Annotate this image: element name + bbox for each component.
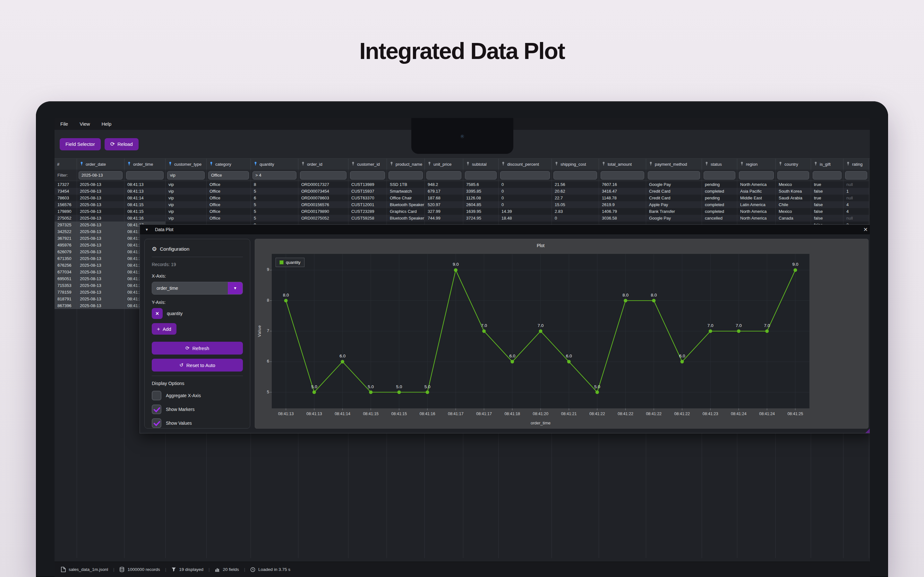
filter-input-is_gift[interactable] [813,171,842,179]
table-cell: 0 [552,215,599,221]
filter-input-status[interactable] [704,171,735,179]
filter-input-order_date[interactable] [79,171,123,179]
column-header-customer_type[interactable]: customer_type [166,159,207,169]
table-row[interactable]: 173272025-08-1308:41:13vipOffice8ORD0001… [55,181,869,188]
empty-cell [77,444,124,450]
filter-input-customer_type[interactable] [167,171,205,179]
panel-close-button[interactable]: ✕ [863,226,868,233]
column-header-shipping_cost[interactable]: shipping_cost [552,159,599,169]
filter-input-country[interactable] [777,171,809,179]
column-header-order_id[interactable]: order_id [298,159,349,169]
column-header-is_gift[interactable]: is_gift [811,159,843,169]
menu-item-help[interactable]: Help [102,121,111,127]
filter-input-subtotal[interactable] [465,171,497,179]
empty-cell [811,504,843,511]
table-cell: 5 [251,201,298,208]
empty-cell [124,491,166,498]
table-row[interactable]: 734542025-08-1308:41:13vipOffice5ORD0007… [55,188,869,195]
filter-input-category[interactable] [208,171,249,179]
column-header-num[interactable]: # [55,159,77,169]
x-axis-select[interactable]: order_time ▼ [152,282,243,295]
menu-item-file[interactable]: File [60,121,68,127]
table-row[interactable]: 786032025-08-1308:41:14vipOffice6ORD0007… [55,195,869,201]
filter-input-discount_percent[interactable] [500,171,550,179]
menu-item-view[interactable]: View [79,121,90,127]
filter-input-rating[interactable] [845,171,867,179]
reset-to-auto-button[interactable]: ↺ Reset to Auto [152,359,243,372]
column-header-subtotal[interactable]: subtotal [463,159,499,169]
empty-cell [55,491,77,498]
column-header-total_amount[interactable]: total_amount [599,159,646,169]
filter-input-order_id[interactable] [300,171,347,179]
column-header-payment_method[interactable]: payment_method [646,159,702,169]
empty-cell [349,450,387,457]
column-header-rating[interactable]: rating [843,159,869,169]
empty-cell [737,518,776,524]
column-header-country[interactable]: country [776,159,811,169]
field-selector-button[interactable]: Field Selector [60,138,101,150]
filter-input-quantity[interactable] [252,171,296,179]
empty-cell [499,471,552,477]
filter-input-region[interactable] [739,171,774,179]
column-header-discount_percent[interactable]: discount_percent [499,159,552,169]
column-label: # [57,162,59,167]
column-header-order_date[interactable]: order_date [77,159,124,169]
table-cell: true [811,181,843,188]
column-header-region[interactable]: region [737,159,776,169]
empty-cell [77,363,124,370]
checkbox-show-markers[interactable] [152,405,162,414]
pin-icon [209,161,213,167]
table-cell: false [811,215,843,221]
empty-cell [499,538,552,545]
empty-cell [251,444,298,450]
column-header-status[interactable]: status [702,159,737,169]
filter-input-total_amount[interactable] [601,171,644,179]
column-header-category[interactable]: category [207,159,251,169]
refresh-button[interactable]: ⟳ Refresh [152,342,243,355]
empty-cell [166,524,207,531]
empty-cell [55,511,77,518]
empty-cell [499,504,552,511]
empty-cell [298,444,349,450]
filter-input-order_time[interactable] [126,171,164,179]
display-options-label: Display Options [152,381,243,386]
filter-input-payment_method[interactable] [648,171,700,179]
empty-cell [552,491,599,498]
filter-input-unit_price[interactable] [426,171,461,179]
table-cell: North America [737,215,776,221]
empty-cell [251,457,298,464]
add-series-button[interactable]: + Add [152,323,176,335]
table-row[interactable]: 2750522025-08-1308:41:16vipOffice5ORD002… [55,215,869,221]
table-cell: Saudi Arabia [776,195,811,201]
column-header-unit_price[interactable]: unit_price [425,159,463,169]
checkbox-aggregate-x-axis[interactable] [152,391,162,400]
filter-input-product_name[interactable] [389,171,423,179]
gear-icon: ⚙ [152,245,157,253]
empty-cell [77,498,124,504]
empty-cell [55,403,77,410]
remove-series-button[interactable]: ✕ [152,308,163,319]
empty-cell [702,444,737,450]
resize-handle[interactable] [865,425,870,433]
data-plot-panel-header[interactable]: ▼ Data Plot ✕ [140,225,870,234]
column-header-quantity[interactable]: quantity [251,159,298,169]
reload-button[interactable]: ⟳ Reload [105,138,139,150]
column-header-order_time[interactable]: order_time [124,159,166,169]
checkbox-show-values[interactable] [152,418,162,428]
column-header-customer_id[interactable]: customer_id [349,159,387,169]
column-label: discount_percent [507,162,539,167]
collapse-icon[interactable]: ▼ [145,227,149,231]
table-row[interactable]: 1565762025-08-1308:41:15vipOffice5ORD001… [55,201,869,208]
empty-cell [811,444,843,450]
table-cell: 21.56 [552,181,599,188]
empty-cell [77,424,124,430]
empty-cell [77,491,124,498]
empty-cell [207,518,251,524]
divider: | [165,567,166,572]
table-row[interactable]: 1798902025-08-1308:41:15vipOffice5ORD001… [55,208,869,215]
divider [152,257,243,257]
filter-input-shipping_cost[interactable] [553,171,597,179]
column-header-product_name[interactable]: product_name [387,159,425,169]
empty-cell [55,329,77,336]
filter-input-customer_id[interactable] [350,171,385,179]
